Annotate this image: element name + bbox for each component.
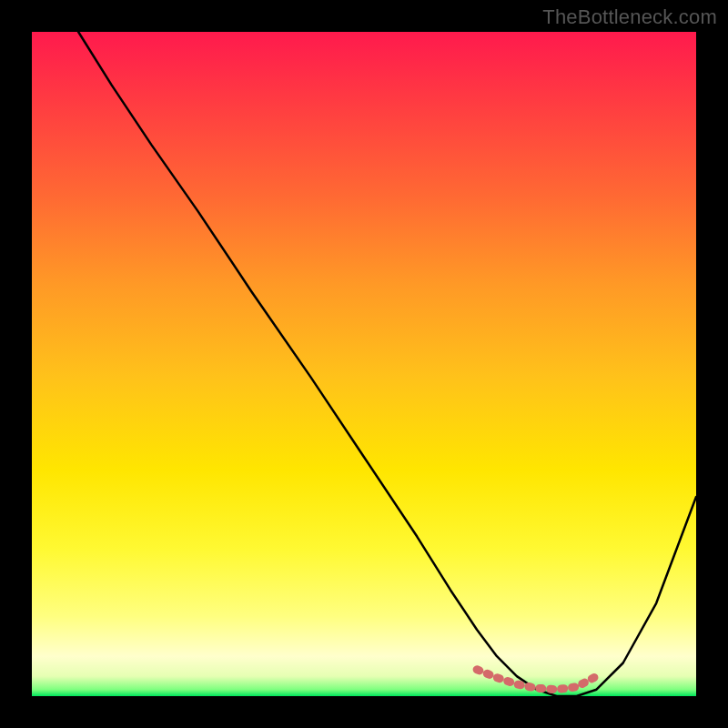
- watermark-text: TheBottleneck.com: [542, 5, 717, 29]
- chart-svg: [32, 32, 696, 696]
- optimal-zone-line: [477, 670, 596, 690]
- chart-plot-area: [32, 32, 696, 696]
- bottleneck-curve-line: [78, 32, 696, 696]
